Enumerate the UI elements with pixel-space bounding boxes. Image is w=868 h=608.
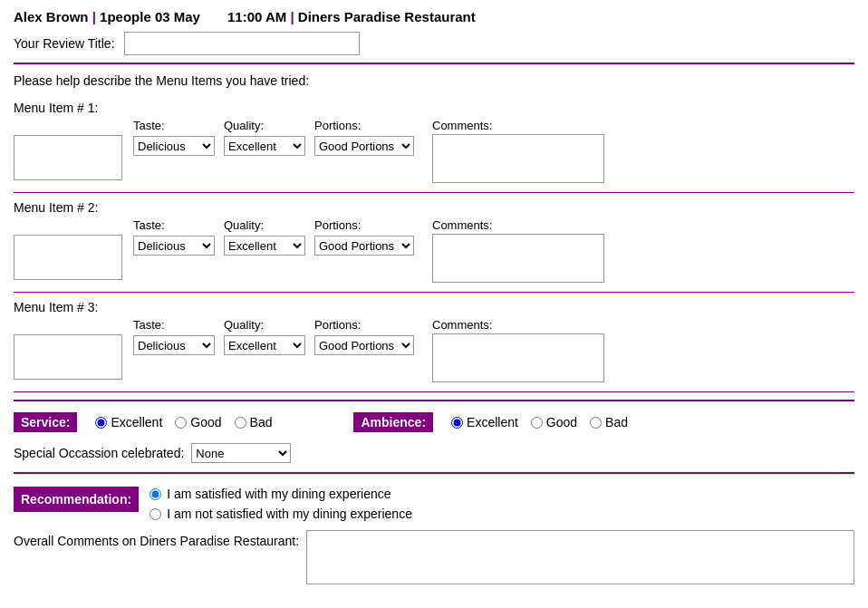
overall-comments-label: Overall Comments on Diners Paradise Rest… [14, 530, 299, 548]
quality-select-1[interactable]: ExcellentGoodAveragePoor [224, 136, 305, 156]
service-radio-group: Excellent Good Bad [95, 415, 272, 429]
menu-item-label-1: Menu Item # 1: [14, 101, 854, 115]
comments-label-3: Comments: [432, 318, 604, 332]
menu-items-container: Menu Item # 1:Taste:Quality:Portions:Del… [14, 101, 854, 392]
header-time-restaurant: 11:00 AM | Diners Paradise Restaurant [227, 9, 476, 24]
header: Alex Brown | 1people 03 May 11:00 AM | D… [14, 9, 854, 24]
special-occasion-label: Special Occassion celebrated: [14, 446, 184, 460]
portions-select-2[interactable]: Good PortionsToo SmallToo Large [314, 236, 414, 256]
comments-textarea-3[interactable] [432, 333, 604, 382]
ambience-badge: Ambience: [353, 412, 433, 432]
pipe1: | [92, 9, 100, 24]
recommendation-options: I am satisfied with my dining experience… [149, 487, 412, 521]
service-excellent-option[interactable]: Excellent [95, 415, 162, 429]
portions-label-3: Portions: [314, 318, 414, 332]
menu-divider-3 [14, 391, 854, 392]
menu-item-name-input-3[interactable] [14, 334, 122, 380]
recommendation-badge: Recommendation: [14, 487, 139, 512]
service-ambience-row: Service: Excellent Good Bad Ambience: Ex… [14, 412, 854, 432]
divider-service [14, 400, 854, 401]
booking-time: 11:00 AM [227, 9, 286, 24]
ambience-excellent-label: Excellent [467, 415, 518, 429]
ambience-good-radio[interactable] [531, 417, 543, 429]
pipe2: | [290, 9, 297, 24]
ambience-radio-group: Excellent Good Bad [451, 415, 628, 429]
recommendation-row: Recommendation: I am satisfied with my d… [14, 487, 854, 521]
menu-item-dropdowns-1: Taste:Quality:Portions:DeliciousGoodAver… [133, 119, 414, 156]
ambience-good-label: Good [546, 415, 577, 429]
menu-item-label-3: Menu Item # 3: [14, 300, 854, 314]
booking-info: 1people 03 May [100, 9, 200, 24]
header-name-booking: Alex Brown | 1people 03 May [14, 9, 200, 24]
taste-select-1[interactable]: DeliciousGoodAveragePoor [133, 136, 215, 156]
menu-divider-2 [14, 292, 854, 293]
taste-select-3[interactable]: DeliciousGoodAveragePoor [133, 335, 215, 355]
quality-label-3: Quality: [224, 318, 305, 332]
quality-select-3[interactable]: ExcellentGoodAveragePoor [224, 335, 305, 355]
taste-label-2: Taste: [133, 218, 215, 232]
review-title-input[interactable] [124, 32, 360, 55]
menu-item-dropdowns-3: Taste:Quality:Portions:DeliciousGoodAver… [133, 318, 414, 355]
recommendation-not-satisfied-radio[interactable] [149, 508, 161, 520]
recommendation-satisfied-radio[interactable] [149, 488, 161, 500]
service-badge: Service: [14, 412, 77, 432]
taste-select-2[interactable]: DeliciousGoodAveragePoor [133, 236, 215, 256]
ambience-good-option[interactable]: Good [531, 415, 577, 429]
portions-label-2: Portions: [314, 218, 414, 232]
divider-top [14, 63, 854, 64]
service-good-option[interactable]: Good [175, 415, 221, 429]
customer-name: Alex Brown [14, 9, 89, 24]
menu-item-section-2: Menu Item # 2:Taste:Quality:Portions:Del… [14, 200, 854, 283]
service-excellent-label: Excellent [111, 415, 162, 429]
special-occasion-row: Special Occassion celebrated: NoneBirthd… [14, 443, 854, 463]
overall-comments-textarea[interactable] [306, 530, 854, 584]
review-title-label: Your Review Title: [14, 36, 115, 51]
ambience-bad-option[interactable]: Bad [590, 415, 628, 429]
taste-label-3: Taste: [133, 318, 215, 332]
taste-label-1: Taste: [133, 119, 215, 132]
restaurant-name: Diners Paradise Restaurant [298, 9, 476, 24]
menu-item-row-1: Taste:Quality:Portions:DeliciousGoodAver… [14, 119, 854, 183]
ambience-bad-radio[interactable] [590, 417, 602, 429]
recommendation-not-satisfied-label: I am not satisfied with my dining experi… [167, 507, 412, 521]
service-bad-radio[interactable] [235, 417, 246, 429]
menu-item-row-2: Taste:Quality:Portions:DeliciousGoodAver… [14, 218, 854, 283]
recommendation-satisfied-option[interactable]: I am satisfied with my dining experience [149, 487, 412, 501]
menu-item-row-3: Taste:Quality:Portions:DeliciousGoodAver… [14, 318, 854, 382]
ambience-bad-label: Bad [605, 415, 628, 429]
service-bad-label: Bad [250, 415, 273, 429]
recommendation-satisfied-label: I am satisfied with my dining experience [167, 487, 391, 501]
quality-label-2: Quality: [224, 218, 305, 232]
menu-item-dropdowns-2: Taste:Quality:Portions:DeliciousGoodAver… [133, 218, 414, 256]
menu-item-section-3: Menu Item # 3:Taste:Quality:Portions:Del… [14, 300, 854, 382]
comments-group-2: Comments: [432, 218, 604, 283]
comments-textarea-1[interactable] [432, 134, 604, 183]
menu-item-name-input-2[interactable] [14, 235, 122, 280]
quality-select-2[interactable]: ExcellentGoodAveragePoor [224, 236, 305, 256]
ambience-excellent-option[interactable]: Excellent [451, 415, 518, 429]
overall-comments-row: Overall Comments on Diners Paradise Rest… [14, 530, 854, 584]
ambience-excellent-radio[interactable] [451, 417, 463, 429]
portions-label-1: Portions: [314, 119, 414, 132]
menu-item-name-input-1[interactable] [14, 135, 122, 180]
quality-label-1: Quality: [224, 119, 305, 132]
comments-group-3: Comments: [432, 318, 604, 382]
recommendation-not-satisfied-option[interactable]: I am not satisfied with my dining experi… [149, 507, 412, 521]
section-intro: Please help describe the Menu Items you … [14, 73, 854, 88]
portions-select-3[interactable]: Good PortionsToo SmallToo Large [314, 335, 414, 355]
special-occasion-select[interactable]: NoneBirthdayAnniversaryOther [191, 443, 291, 463]
review-title-row: Your Review Title: [14, 32, 854, 55]
comments-label-2: Comments: [432, 218, 604, 232]
comments-group-1: Comments: [432, 119, 604, 183]
menu-item-label-2: Menu Item # 2: [14, 200, 854, 215]
menu-divider-1 [14, 192, 854, 193]
portions-select-1[interactable]: Good PortionsToo SmallToo Large [314, 136, 414, 156]
menu-item-section-1: Menu Item # 1:Taste:Quality:Portions:Del… [14, 101, 854, 183]
divider-recommendation [14, 472, 854, 474]
comments-label-1: Comments: [432, 119, 604, 132]
service-bad-option[interactable]: Bad [235, 415, 273, 429]
service-excellent-radio[interactable] [95, 417, 107, 429]
service-good-radio[interactable] [175, 417, 187, 429]
comments-textarea-2[interactable] [432, 234, 604, 283]
service-good-label: Good [190, 415, 221, 429]
